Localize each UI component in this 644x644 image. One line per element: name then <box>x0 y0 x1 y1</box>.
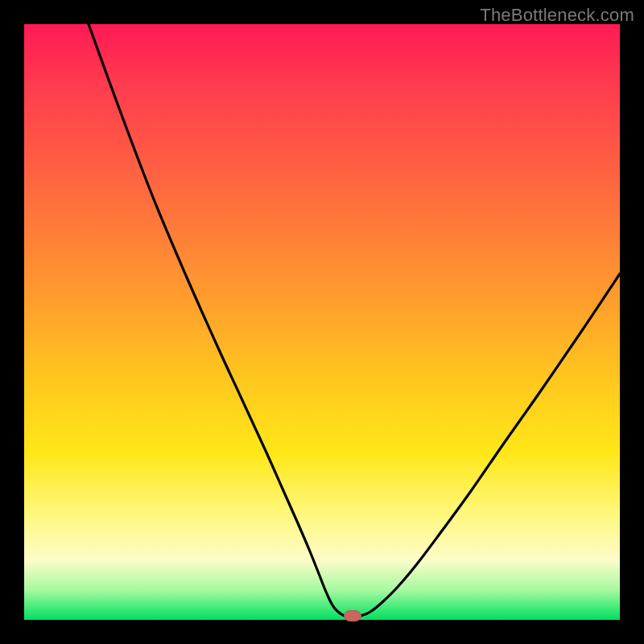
chart-frame: TheBottleneck.com <box>0 0 644 644</box>
curve-path <box>89 24 620 616</box>
bottleneck-curve <box>24 24 620 620</box>
plot-area <box>24 24 620 620</box>
optimal-marker <box>344 610 361 621</box>
watermark-text: TheBottleneck.com <box>480 5 634 26</box>
